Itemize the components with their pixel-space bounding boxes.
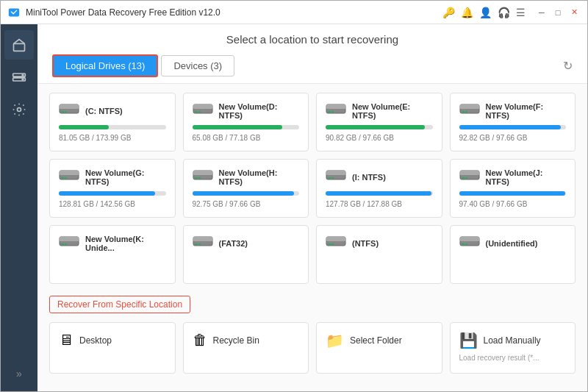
svg-rect-54 xyxy=(465,243,467,245)
drive-label: New Volume(E: NTFS) xyxy=(352,102,433,120)
drive-label: New Volume(K: Unide... xyxy=(85,235,166,252)
svg-rect-40 xyxy=(60,237,79,241)
svg-rect-37 xyxy=(462,177,465,179)
folder-icon: 📁 xyxy=(326,332,344,349)
drive-card[interactable]: New Volume(G: NTFS)128.81 GB / 142.56 GB xyxy=(49,159,176,218)
svg-rect-1 xyxy=(14,43,25,51)
manual-sublabel: Load recovery result (*... xyxy=(459,354,539,362)
drive-card[interactable]: New Volume(K: Unide... xyxy=(49,225,176,284)
svg-rect-18 xyxy=(331,111,334,113)
drive-disk-icon xyxy=(459,233,480,253)
drive-label: New Volume(H: NTFS) xyxy=(219,168,300,186)
drive-size: 90.82 GB / 97.66 GB xyxy=(326,134,433,142)
drive-label: (FAT32) xyxy=(219,239,248,248)
svg-rect-44 xyxy=(193,237,212,241)
expand-button[interactable]: » xyxy=(12,362,26,384)
drive-card[interactable]: (I: NTFS)127.78 GB / 127.88 GB xyxy=(316,159,442,218)
drive-disk-icon xyxy=(193,233,213,253)
sidebar-item-home[interactable] xyxy=(4,30,34,60)
special-locations-grid: 🖥Desktop🗑Recycle Bin📁Select Folder💾Load … xyxy=(49,322,576,374)
drive-label: (Unidentified) xyxy=(486,239,538,248)
drive-bar-container xyxy=(193,125,300,129)
svg-rect-14 xyxy=(198,111,201,113)
drive-card[interactable]: New Volume(H: NTFS)92.75 GB / 97.66 GB xyxy=(183,159,309,218)
drive-bar-container xyxy=(459,125,567,129)
svg-rect-49 xyxy=(328,243,331,245)
drive-card[interactable]: New Volume(F: NTFS)92.82 GB / 97.66 GB xyxy=(450,93,576,152)
sidebar-bottom: » xyxy=(12,362,26,391)
drive-size: 128.81 GB / 142.56 GB xyxy=(59,200,166,208)
svg-rect-52 xyxy=(460,237,479,241)
tab-devices[interactable]: Devices (3) xyxy=(161,55,234,76)
bell-icon[interactable]: 🔔 xyxy=(461,7,473,18)
sidebar-item-settings[interactable] xyxy=(4,95,34,124)
svg-rect-42 xyxy=(65,243,67,245)
drive-bar-container xyxy=(459,191,567,196)
titlebar-action-icons: 🔑 🔔 👤 🎧 ☰ xyxy=(442,7,526,18)
tabs-container: Logical Drives (13) Devices (3) ↻ xyxy=(52,54,573,77)
svg-rect-8 xyxy=(60,104,79,109)
drive-disk-icon xyxy=(326,167,346,187)
folder-label: Select Folder xyxy=(350,335,402,346)
maximize-button[interactable]: □ xyxy=(551,5,565,20)
special-location-card-recycle[interactable]: 🗑Recycle Bin xyxy=(183,322,309,374)
svg-rect-46 xyxy=(198,243,201,245)
svg-rect-36 xyxy=(460,171,479,175)
close-button[interactable]: ✕ xyxy=(567,5,581,20)
svg-rect-41 xyxy=(61,243,64,245)
tab-logical-drives[interactable]: Logical Drives (13) xyxy=(52,54,158,77)
drive-card[interactable]: New Volume(J: NTFS)97.40 GB / 97.66 GB xyxy=(450,159,576,218)
special-location-card-manual[interactable]: 💾Load ManuallyLoad recovery result (*... xyxy=(450,322,576,374)
content-header: Select a location to start recovering Lo… xyxy=(37,24,587,84)
drive-size: 81.05 GB / 173.99 GB xyxy=(59,134,166,142)
svg-rect-48 xyxy=(326,237,345,241)
drive-card[interactable]: New Volume(D: NTFS)65.08 GB / 77.18 GB xyxy=(183,93,309,152)
drive-card[interactable]: (NTFS) xyxy=(316,225,442,284)
svg-point-4 xyxy=(22,74,24,76)
drive-disk-icon xyxy=(459,167,480,187)
special-location-card-folder[interactable]: 📁Select Folder xyxy=(316,322,442,374)
svg-rect-22 xyxy=(465,111,467,113)
svg-rect-12 xyxy=(193,104,212,109)
headset-icon[interactable]: 🎧 xyxy=(498,7,510,18)
drive-label: New Volume(D: NTFS) xyxy=(219,102,300,120)
drive-card[interactable]: New Volume(E: NTFS)90.82 GB / 97.66 GB xyxy=(316,93,442,152)
desktop-icon: 🖥 xyxy=(59,332,74,349)
drive-bar-container xyxy=(59,191,166,196)
svg-rect-53 xyxy=(462,243,465,245)
recycle-icon: 🗑 xyxy=(193,332,207,349)
drive-card[interactable]: (C: NTFS)81.05 GB / 173.99 GB xyxy=(49,93,176,152)
drive-size: 65.08 GB / 77.18 GB xyxy=(193,134,300,142)
minimize-button[interactable]: ─ xyxy=(534,5,549,20)
drive-bar-container xyxy=(59,125,166,129)
menu-icon[interactable]: ☰ xyxy=(516,7,526,18)
svg-rect-38 xyxy=(465,177,467,179)
drive-label: New Volume(G: NTFS) xyxy=(85,168,166,186)
drive-bar-container xyxy=(193,191,300,196)
drive-disk-icon xyxy=(193,167,213,187)
drive-disk-icon xyxy=(326,101,346,121)
svg-rect-17 xyxy=(328,111,331,113)
sidebar-item-drives[interactable] xyxy=(4,63,34,92)
drive-label: (C: NTFS) xyxy=(85,107,123,115)
drive-label: (NTFS) xyxy=(352,239,379,248)
drive-bar-container xyxy=(326,191,433,196)
refresh-button[interactable]: ↻ xyxy=(563,59,573,73)
drive-card[interactable]: (Unidentified) xyxy=(450,225,576,284)
drive-disk-icon xyxy=(326,233,346,253)
key-icon[interactable]: 🔑 xyxy=(442,7,455,18)
svg-rect-45 xyxy=(195,243,198,245)
drive-label: New Volume(J: NTFS) xyxy=(486,168,567,186)
recover-section-label: Recover From Specific Location xyxy=(49,296,190,313)
page-title: Select a location to start recovering xyxy=(52,33,573,46)
sidebar: » xyxy=(1,24,37,391)
drive-disk-icon xyxy=(193,101,213,121)
svg-rect-25 xyxy=(61,177,64,179)
svg-rect-50 xyxy=(331,243,334,245)
drive-card[interactable]: (FAT32) xyxy=(183,225,309,284)
person-icon[interactable]: 👤 xyxy=(479,7,492,18)
content-body: (C: NTFS)81.05 GB / 173.99 GB New Volume… xyxy=(37,84,587,391)
svg-rect-34 xyxy=(331,177,334,179)
drive-size: 92.75 GB / 97.66 GB xyxy=(193,200,300,208)
special-location-card-desktop[interactable]: 🖥Desktop xyxy=(49,322,176,374)
